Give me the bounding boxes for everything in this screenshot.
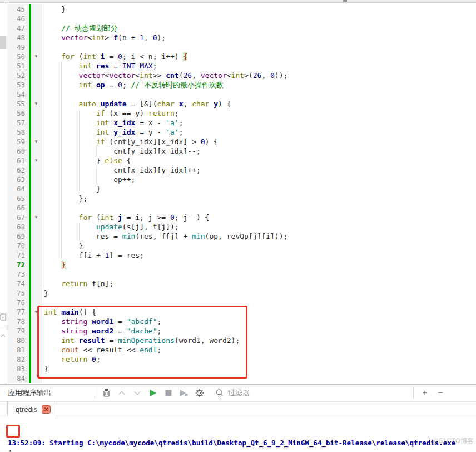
- fold-marker-icon[interactable]: ▾: [31, 156, 42, 165]
- line-number[interactable]: 70: [6, 241, 29, 250]
- code-text[interactable]: // 动态规划部分: [42, 23, 476, 33]
- line-number[interactable]: 68: [6, 222, 29, 232]
- line-number[interactable]: 64: [6, 184, 29, 194]
- stop-icon[interactable]: [161, 386, 176, 400]
- line-number[interactable]: 61: [6, 156, 29, 165]
- code-text[interactable]: cout << result << endl;: [42, 345, 476, 355]
- code-text[interactable]: string word1 = "abcdf";: [42, 317, 476, 326]
- next-item-icon[interactable]: [130, 386, 145, 400]
- line-number[interactable]: 77: [6, 307, 29, 317]
- code-text[interactable]: cnt[x_idx][y_idx]++;: [42, 165, 476, 175]
- scroll-up-icon[interactable]: [0, 332, 6, 339]
- line-number[interactable]: 60: [6, 146, 29, 156]
- code-text[interactable]: [42, 203, 476, 213]
- run-debug-icon[interactable]: [176, 386, 192, 400]
- line-number[interactable]: 49: [6, 42, 29, 52]
- code-text[interactable]: for (int j = i; j >= 0; j--) {: [42, 213, 476, 222]
- code-text[interactable]: int res = INT_MAX;: [42, 61, 476, 71]
- line-number[interactable]: 51: [6, 61, 29, 71]
- prev-item-icon[interactable]: [114, 386, 130, 400]
- line-number[interactable]: 46: [6, 14, 29, 23]
- zoom-out-button[interactable]: −: [433, 386, 448, 400]
- fold-marker-icon[interactable]: ▾: [31, 137, 42, 146]
- line-number[interactable]: 82: [6, 355, 29, 364]
- line-number[interactable]: 57: [6, 118, 29, 127]
- line-number[interactable]: 67: [6, 213, 29, 222]
- line-number[interactable]: 53: [6, 80, 29, 90]
- code-text[interactable]: [42, 298, 476, 307]
- close-icon[interactable]: [42, 405, 51, 414]
- line-number[interactable]: 75: [6, 288, 29, 298]
- code-text[interactable]: int result = minOperations(word1, word2)…: [42, 336, 476, 345]
- code-text[interactable]: int x_idx = x - 'a';: [42, 118, 476, 127]
- code-text[interactable]: f[i + 1] = res;: [42, 250, 476, 260]
- code-text[interactable]: vector<int> f(n + 1, 0);: [42, 33, 476, 42]
- code-text[interactable]: [42, 90, 476, 99]
- filter-input[interactable]: 过滤器: [215, 388, 299, 398]
- scrollbar-thumb[interactable]: [0, 36, 6, 49]
- line-number[interactable]: 74: [6, 279, 29, 288]
- line-number[interactable]: 66: [6, 203, 29, 213]
- line-number[interactable]: 50: [6, 52, 29, 61]
- fold-marker-icon[interactable]: ▾: [31, 99, 42, 109]
- line-number[interactable]: 69: [6, 232, 29, 241]
- run-icon[interactable]: [145, 386, 161, 400]
- line-number[interactable]: 58: [6, 127, 29, 137]
- line-number[interactable]: 72: [6, 260, 29, 269]
- tab-qtredis[interactable]: qtredis: [7, 402, 56, 416]
- line-number[interactable]: 84: [6, 374, 29, 383]
- line-number[interactable]: 83: [6, 364, 29, 374]
- code-text[interactable]: }: [42, 288, 476, 298]
- line-number[interactable]: 81: [6, 345, 29, 355]
- code-text[interactable]: auto update = [&](char x, char y) {: [42, 99, 476, 109]
- code-text[interactable]: }: [42, 364, 476, 374]
- code-text[interactable]: if (x == y) return;: [42, 109, 476, 118]
- zoom-in-button[interactable]: +: [417, 386, 433, 400]
- line-number[interactable]: 55: [6, 99, 29, 109]
- console-output[interactable]: 13:52:09: Starting C:\mycode\mycode\qtre…: [0, 416, 476, 452]
- code-text[interactable]: return 0;: [42, 355, 476, 364]
- line-number[interactable]: 48: [6, 33, 29, 42]
- code-text[interactable]: if (cnt[y_idx][x_idx] > 0) {: [42, 137, 476, 146]
- code-text[interactable]: int y_idx = y - 'a';: [42, 127, 476, 137]
- line-number[interactable]: 76: [6, 298, 29, 307]
- code-text[interactable]: int main() {: [42, 307, 476, 317]
- line-number[interactable]: 80: [6, 336, 29, 345]
- fold-marker-icon[interactable]: ▾: [31, 52, 42, 61]
- line-number[interactable]: 56: [6, 109, 29, 118]
- line-number[interactable]: 45: [6, 4, 29, 14]
- line-number[interactable]: 47: [6, 23, 29, 33]
- line-number[interactable]: 65: [6, 194, 29, 203]
- code-text[interactable]: [42, 374, 476, 383]
- code-text[interactable]: return f[n];: [42, 279, 476, 288]
- code-text[interactable]: update(s[j], t[j]);: [42, 222, 476, 232]
- code-text[interactable]: };: [42, 194, 476, 203]
- code-text[interactable]: }: [42, 241, 476, 250]
- line-number[interactable]: 73: [6, 269, 29, 279]
- code-text[interactable]: cnt[y_idx][x_idx]--;: [42, 146, 476, 156]
- code-text[interactable]: string word2 = "dacbe";: [42, 326, 476, 336]
- settings-gear-icon[interactable]: [192, 386, 207, 400]
- line-number[interactable]: 52: [6, 71, 29, 80]
- code-text[interactable]: [42, 42, 476, 52]
- line-number[interactable]: 62: [6, 165, 29, 175]
- line-number[interactable]: 71: [6, 250, 29, 260]
- code-text[interactable]: } else {: [42, 156, 476, 165]
- line-number[interactable]: 59: [6, 137, 29, 146]
- code-text[interactable]: op++;: [42, 175, 476, 184]
- code-editor[interactable]: 45}4647// 动态规划部分48vector<int> f(n + 1, 0…: [6, 3, 476, 384]
- fold-marker-icon[interactable]: ▾: [31, 213, 42, 222]
- code-text[interactable]: }: [42, 4, 476, 14]
- clear-icon[interactable]: [98, 386, 114, 400]
- code-text[interactable]: int op = 0; // 不反转时的最小操作次数: [42, 80, 476, 90]
- line-number[interactable]: 79: [6, 326, 29, 336]
- code-text[interactable]: res = min(res, f[j] + min(op, revOp[j][i…: [42, 232, 476, 241]
- code-text[interactable]: [42, 269, 476, 279]
- code-text[interactable]: }: [42, 184, 476, 194]
- code-text[interactable]: vector<vector<int>> cnt(26, vector<int>(…: [42, 71, 476, 80]
- line-number[interactable]: 63: [6, 175, 29, 184]
- fold-marker-icon[interactable]: ▾: [31, 307, 42, 317]
- line-number[interactable]: 78: [6, 317, 29, 326]
- code-text[interactable]: }: [42, 260, 476, 269]
- code-text[interactable]: [42, 14, 476, 23]
